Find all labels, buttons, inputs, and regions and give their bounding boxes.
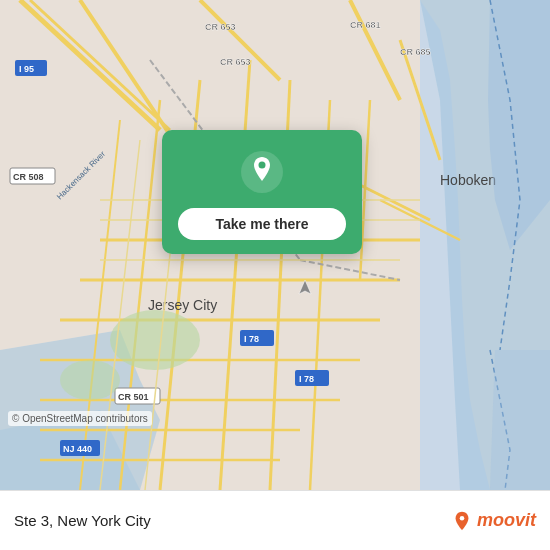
svg-text:I 78: I 78 <box>244 334 259 344</box>
take-me-there-button[interactable]: Take me there <box>178 208 346 240</box>
svg-text:CR 653: CR 653 <box>220 57 251 67</box>
svg-point-60 <box>259 162 266 169</box>
navigation-card: Take me there <box>162 130 362 254</box>
svg-text:Jersey City: Jersey City <box>148 297 217 313</box>
svg-text:I 95: I 95 <box>19 64 34 74</box>
moovit-logo: moovit <box>451 510 536 532</box>
moovit-pin-icon <box>451 510 473 532</box>
map-container: CR 653 CR 681 CR 685 I 95 CR 508 Hackens… <box>0 0 550 490</box>
svg-text:CR 501: CR 501 <box>118 392 149 402</box>
svg-text:NJ 440: NJ 440 <box>63 444 92 454</box>
svg-point-43 <box>110 310 200 370</box>
svg-point-61 <box>460 515 465 520</box>
svg-text:CR 653: CR 653 <box>205 22 236 32</box>
svg-marker-52 <box>490 350 550 490</box>
bottom-bar: Ste 3, New York City moovit <box>0 490 550 550</box>
svg-text:Hoboken: Hoboken <box>440 172 496 188</box>
svg-text:CR 681: CR 681 <box>350 20 381 30</box>
location-pin-icon <box>240 150 284 194</box>
map-attribution: © OpenStreetMap contributors <box>8 411 152 426</box>
svg-text:CR 508: CR 508 <box>13 172 44 182</box>
location-text: Ste 3, New York City <box>14 512 151 529</box>
moovit-brand-name: moovit <box>477 510 536 531</box>
svg-text:I 78: I 78 <box>299 374 314 384</box>
app-container: CR 653 CR 681 CR 685 I 95 CR 508 Hackens… <box>0 0 550 550</box>
svg-text:CR 685: CR 685 <box>400 47 431 57</box>
